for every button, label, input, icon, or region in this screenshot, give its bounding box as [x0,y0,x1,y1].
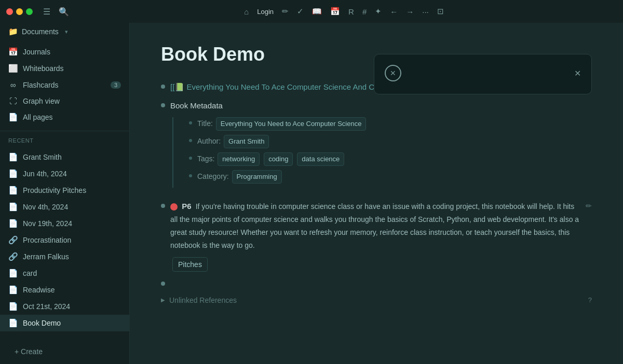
metadata-content: Book Metadata Title: Everything You Need… [170,100,592,194]
author-field: Author: Grant Smith [197,135,270,148]
sidebar-item-oct-21st[interactable]: 📄 Oct 21st, 2024 [0,298,129,315]
sidebar-item-readwise[interactable]: 📄 Readwise [0,282,129,298]
page-icon-0: 📄 [8,152,18,162]
sidebar-item-nov-19th[interactable]: 📄 Nov 19th, 2024 [0,215,129,232]
sub-list: Title: Everything You Need to Ace Comput… [179,117,592,188]
sidebar-item-book-demo[interactable]: 📄 Book Demo [0,315,129,331]
forward-icon[interactable]: → [406,7,414,16]
popup-close-button[interactable]: ✕ [574,68,581,78]
sidebar: 📁 Documents ▾ 📅 Journals ⬜ Whiteboards ∞… [0,23,130,364]
sidebar-item-nov-4th[interactable]: 📄 Nov 4th, 2024 [0,199,129,215]
book-icon[interactable]: 📖 [312,7,322,16]
documents-icon: 📁 [8,27,18,36]
sidebar-item-productivity-pitches[interactable]: 📄 Productivity Pitches [0,182,129,199]
page-icon-7: 📄 [8,302,18,311]
sidebar-item-card[interactable]: 📄 card [0,265,129,282]
maximize-traffic-light[interactable] [26,8,33,15]
sidebar-nav: 📅 Journals ⬜ Whiteboards ∞ Flashcards 3 … [0,40,129,129]
p6-label: P6 [182,202,191,211]
calendar-icon[interactable]: 📅 [330,7,340,16]
content-area: ✕ ✕ Book Demo [[📗 Everything You Need To… [130,23,623,364]
sidebar-item-all-pages[interactable]: 📄 All pages [0,109,129,125]
popup-dialog: ✕ ✕ [374,54,592,94]
title-value: Everything You Need to Ace Computer Scie… [216,117,367,131]
graph-icon: ⛶ [8,96,18,105]
page-icon-3: 📄 [8,202,18,212]
flashcards-icon: ∞ [8,80,18,89]
check-icon[interactable]: ✓ [297,7,304,16]
journals-label: Journals [23,48,50,56]
empty-bullet [161,278,592,286]
author-label: Author: [197,137,221,145]
sidebar-divider [0,131,129,131]
bullet-dot-0 [161,85,165,89]
unlinked-references: ▶ Unlinked References ? [161,296,592,304]
sub-dot-0 [189,121,192,124]
sub-dot-2 [189,157,192,160]
tags-row: Tags: networking coding data science [179,152,592,166]
link-icon-1: 🔗 [8,252,18,261]
journals-icon: 📅 [8,47,18,57]
recent-item-6: Jerram Falkus [23,253,69,261]
r-icon[interactable]: R [348,7,354,16]
vertical-line [172,117,173,188]
sub-dot-1 [189,139,192,142]
recent-item-10: Book Demo [23,319,61,327]
star-icon[interactable]: ✦ [375,7,382,16]
sidebar-item-journals[interactable]: 📅 Journals [0,44,129,60]
whiteboards-label: Whiteboards [23,64,64,73]
minimize-traffic-light[interactable] [16,8,23,15]
sidebar-item-graph[interactable]: ⛶ Graph view [0,93,129,109]
titlebar-left: ☰ 🔍 [6,6,71,18]
edit-pencil-icon[interactable]: ✏ [586,200,592,212]
search-icon[interactable]: 🔍 [57,6,71,18]
tag-networking: networking [218,152,260,166]
bullet-dot-2 [161,204,165,208]
tag-coding: coding [264,152,293,166]
recent-item-8: Readwise [23,286,55,294]
sidebar-item-grant-smith[interactable]: 📄 Grant Smith [0,149,129,165]
category-value: Programming [232,170,282,184]
titlebar-center: ⌂ Login ✏ ✓ 📖 📅 R # ✦ ← → ··· ⊡ [244,7,444,16]
flashcards-badge: 3 [111,81,121,89]
home-icon[interactable]: ⌂ [244,7,249,16]
recent-item-7: card [23,269,37,277]
edit-icon[interactable]: ✏ [282,7,289,16]
back-icon[interactable]: ← [390,7,398,16]
close-traffic-light[interactable] [6,8,13,15]
category-label: Category: [197,172,229,180]
page-icon-5: 📄 [8,269,18,278]
traffic-lights [6,8,33,15]
documents-header[interactable]: 📁 Documents ▾ [0,23,129,40]
author-row: Author: Grant Smith [179,135,592,148]
hash-icon[interactable]: # [362,7,367,16]
menu-icon[interactable]: ☰ [41,6,52,18]
all-pages-label: All pages [23,113,53,121]
create-button[interactable]: + Create [6,343,123,360]
page-icon-6: 📄 [8,285,18,295]
documents-chevron: ▾ [65,29,68,35]
sidebar-item-whiteboards[interactable]: ⬜ Whiteboards [0,60,129,77]
pitches-pill[interactable]: Pitches [172,257,208,272]
chevron-right-icon[interactable]: ▶ [161,297,165,303]
recent-label: RECENT [0,133,129,146]
recent-item-9: Oct 21st, 2024 [23,302,70,311]
sidebar-item-jun-4th[interactable]: 📄 Jun 4th, 2024 [0,165,129,182]
popup-header: ✕ ✕ [385,65,581,81]
sub-dot-3 [189,174,192,177]
sidebar-item-procrastination[interactable]: 🔗 Procrastination [0,232,129,248]
all-pages-icon: 📄 [8,113,18,122]
layout-icon[interactable]: ⊡ [437,7,444,16]
sub-bullets-group: Title: Everything You Need to Ace Comput… [170,117,592,188]
sidebar-item-jerram-falkus[interactable]: 🔗 Jerram Falkus [0,248,129,265]
more-icon[interactable]: ··· [422,7,429,16]
flashcards-label: Flashcards [23,81,58,89]
sidebar-item-flashcards[interactable]: ∞ Flashcards 3 [0,77,129,93]
login-button[interactable]: Login [257,8,274,16]
unlinked-label: Unlinked References [169,296,237,304]
tag-data-science: data science [297,152,344,166]
help-icon[interactable]: ? [588,296,592,304]
title-row: Title: Everything You Need to Ace Comput… [179,117,592,131]
bullet-dot-1 [161,103,165,107]
page-icon-4: 📄 [8,219,18,228]
